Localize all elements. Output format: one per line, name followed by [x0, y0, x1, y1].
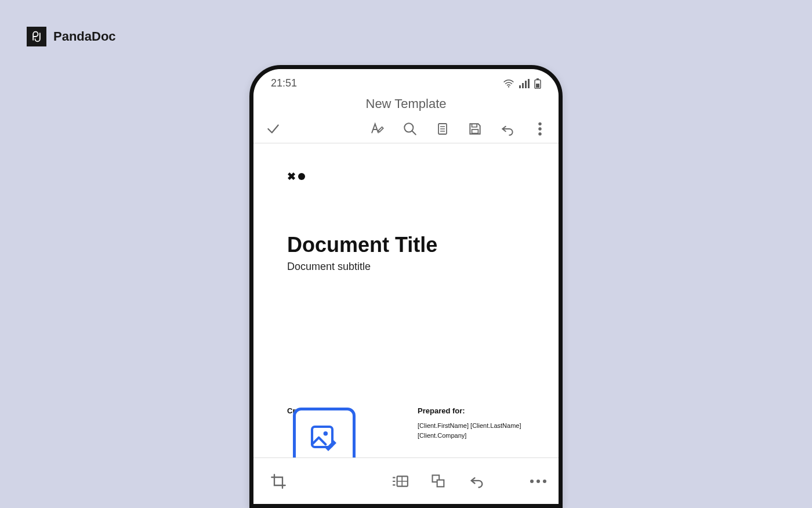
svg-rect-10 [472, 129, 478, 134]
image-edit-icon [308, 423, 340, 455]
svg-rect-14 [312, 427, 332, 447]
brand-logo: PandaDoc [27, 27, 116, 46]
document-subtitle[interactable]: Document subtitle [287, 261, 525, 273]
save-button[interactable] [467, 121, 483, 137]
more-dots-icon [530, 480, 546, 483]
document-title[interactable]: Document Title [287, 233, 525, 257]
shapes-button[interactable] [430, 473, 447, 490]
svg-rect-1 [519, 85, 521, 88]
status-bar: 21:51 [253, 69, 559, 93]
wifi-icon [503, 79, 514, 88]
svg-point-15 [324, 431, 328, 435]
top-toolbar [253, 117, 559, 143]
prepared-for-section: Prepared for: [Client.FirstName] [Client… [418, 406, 525, 440]
svg-point-0 [508, 86, 509, 87]
text-style-button[interactable] [369, 121, 386, 137]
client-name-token[interactable]: [Client.FirstName] [Client.LastName] [418, 421, 525, 431]
svg-rect-3 [525, 81, 527, 88]
brand-mark-icon [27, 27, 46, 46]
page-title: New Template [253, 93, 559, 117]
crop-button[interactable] [270, 473, 287, 490]
status-time: 21:51 [271, 77, 297, 89]
document-logo-icon: ✖ [287, 171, 525, 182]
document-canvas[interactable]: ✖ Document Title Document subtitle Creat… [253, 143, 559, 457]
bottom-toolbar [253, 457, 559, 504]
status-icons [503, 78, 541, 89]
phone-screen: 21:51 [253, 69, 559, 504]
confirm-button[interactable] [265, 121, 281, 137]
svg-point-12 [539, 128, 541, 130]
battery-icon [534, 78, 541, 89]
svg-rect-18 [437, 480, 444, 487]
undo-bottom-button[interactable] [468, 473, 485, 490]
svg-rect-2 [522, 83, 524, 88]
prepared-for-label: Prepared for: [418, 406, 525, 415]
image-edit-popover[interactable] [293, 408, 356, 457]
reading-view-button[interactable] [434, 121, 451, 137]
phone-frame: 21:51 [249, 65, 563, 508]
brand-name: PandaDoc [53, 29, 116, 44]
search-button[interactable] [402, 121, 418, 137]
signal-icon [519, 79, 530, 88]
svg-point-13 [539, 133, 541, 135]
more-bottom-button[interactable] [530, 473, 547, 490]
undo-button[interactable] [499, 121, 516, 137]
insert-table-button[interactable] [392, 473, 409, 490]
client-company-token[interactable]: [Client.Company] [418, 431, 525, 441]
svg-point-11 [539, 123, 541, 125]
svg-rect-5 [536, 78, 539, 80]
svg-rect-4 [528, 79, 530, 88]
more-button[interactable] [532, 121, 548, 137]
svg-rect-7 [536, 84, 539, 88]
